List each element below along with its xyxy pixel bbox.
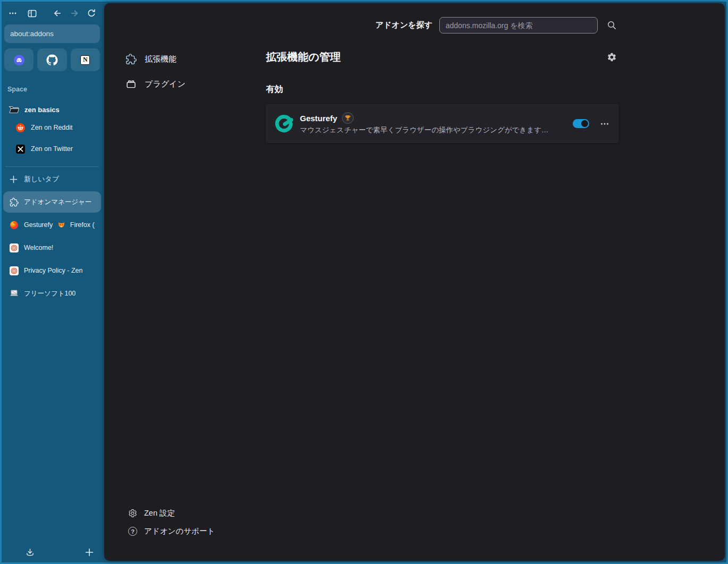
tab-addon-manager[interactable]: アドオンマネージャー	[3, 191, 101, 213]
puzzle-icon	[125, 54, 137, 65]
folder-label: zen basics	[24, 106, 60, 114]
link-label: Zen 設定	[144, 508, 175, 518]
trophy-icon	[345, 115, 351, 121]
gesturefy-logo-icon	[275, 115, 293, 133]
gear-icon	[607, 52, 617, 62]
addons-page: アドオンを探す 拡張機能 プラグイン 拡張機能の管理	[104, 3, 725, 561]
zen-settings-link[interactable]: Zen 設定	[128, 508, 215, 518]
extension-enabled-toggle[interactable]	[573, 119, 589, 128]
laptop-icon	[10, 289, 19, 298]
fox-emoji-icon	[58, 222, 65, 228]
addons-search-row: アドオンを探す	[104, 17, 618, 33]
ellipsis-icon	[600, 119, 609, 129]
category-label: 拡張機能	[145, 54, 177, 64]
tab-freesoft100[interactable]: フリーソフト100	[3, 283, 101, 304]
folder-open-icon	[9, 105, 20, 114]
addon-support-link[interactable]: ? アドオンのサポート	[128, 526, 215, 536]
forward-arrow-icon	[70, 9, 79, 18]
tab-label: アドオンマネージャー	[24, 198, 91, 207]
sidebar-toolbar	[6, 6, 98, 20]
tab-label: Zen on Twitter	[31, 145, 73, 153]
category-label: プラグイン	[145, 79, 186, 89]
pinned-tab-discord[interactable]	[4, 48, 34, 71]
zen-site-icon	[10, 243, 19, 252]
recommended-badge	[342, 112, 354, 124]
tab-gesturefy-firefox[interactable]: Gesturefy – Firefox (ja	[3, 214, 101, 235]
category-plugins[interactable]: プラグイン	[125, 72, 253, 97]
space-label: Space	[7, 86, 104, 93]
plus-icon	[85, 548, 94, 557]
tab-zen-on-reddit[interactable]: Zen on Reddit	[16, 117, 104, 138]
extension-card-gesturefy[interactable]: Gesturefy マウスジェスチャーで素早くブラウザーの操作やブラウジングがで…	[266, 104, 618, 143]
pinned-tab-github[interactable]	[37, 48, 66, 71]
toggle-knob	[581, 120, 588, 127]
link-label: アドオンのサポート	[144, 526, 215, 536]
addons-footer: Zen 設定 ? アドオンのサポート	[128, 508, 215, 536]
plus-icon	[10, 175, 18, 183]
pinned-tab-notion[interactable]: N	[71, 48, 100, 71]
category-extensions[interactable]: 拡張機能	[125, 47, 253, 72]
notion-icon: N	[80, 55, 90, 65]
extension-description: マウスジェスチャーで素早くブラウザーの操作やブラウジングができます。様々なコマン…	[300, 125, 550, 135]
back-arrow-icon	[53, 9, 62, 18]
tab-label: Zen on Reddit	[31, 124, 73, 131]
sidebar-toggle-icon	[27, 9, 37, 19]
downloads-button[interactable]	[23, 546, 36, 559]
x-logo-icon	[16, 145, 25, 154]
search-submit-button[interactable]	[605, 19, 618, 32]
tab-zen-on-twitter[interactable]: Zen on Twitter	[16, 138, 104, 159]
tab-label: Welcome!	[24, 244, 53, 251]
addons-search-input[interactable]	[439, 17, 598, 33]
new-tab-label: 新しいタブ	[24, 174, 59, 184]
reddit-icon	[16, 123, 25, 132]
more-options-button[interactable]	[6, 7, 19, 20]
tab-label: Privacy Policy - Zen	[24, 267, 82, 274]
puzzle-icon	[10, 198, 19, 207]
plugin-icon	[125, 79, 137, 90]
forward-button[interactable]	[68, 7, 81, 20]
pinned-tabs: N	[4, 48, 100, 71]
tab-label-part2: Firefox (ja	[70, 221, 95, 229]
firefox-icon	[10, 221, 19, 230]
extension-name: Gesturefy	[300, 114, 337, 123]
gear-icon	[128, 509, 137, 518]
discord-icon	[13, 54, 25, 66]
enabled-section-heading: 有効	[266, 84, 283, 95]
url-text: about:addons	[10, 30, 54, 38]
url-bar[interactable]: about:addons	[4, 24, 100, 43]
github-icon	[46, 54, 58, 66]
reload-button[interactable]	[85, 7, 98, 20]
reload-icon	[87, 9, 96, 18]
question-icon: ?	[128, 527, 137, 536]
tab-label: フリーソフト100	[24, 289, 76, 298]
page-title: 拡張機能の管理	[266, 50, 340, 64]
extension-text-block: Gesturefy マウスジェスチャーで素早くブラウザーの操作やブラウジングがで…	[300, 112, 550, 135]
sidebar-bottom-bar	[0, 546, 104, 559]
back-button[interactable]	[51, 7, 64, 20]
sidebar: about:addons N Space zen basics Zen on R…	[0, 0, 104, 564]
ellipsis-icon	[9, 9, 17, 18]
sidebar-toggle-button[interactable]	[26, 7, 38, 20]
tab-welcome[interactable]: Welcome!	[3, 237, 101, 258]
search-label: アドオンを探す	[375, 20, 432, 30]
tab-privacy-policy[interactable]: Privacy Policy - Zen	[3, 260, 101, 281]
tools-for-all-addons-button[interactable]	[605, 50, 618, 64]
addons-categories: 拡張機能 プラグイン	[125, 47, 253, 97]
extension-more-options-button[interactable]	[600, 119, 609, 129]
folder-zen-basics[interactable]: zen basics	[9, 102, 104, 117]
search-icon	[607, 20, 617, 30]
download-icon	[26, 548, 35, 557]
add-workspace-button[interactable]	[83, 546, 96, 559]
tab-label-part1: Gesturefy –	[24, 221, 53, 229]
page-header: 拡張機能の管理	[266, 50, 618, 64]
new-tab-button[interactable]: 新しいタブ	[10, 170, 104, 188]
sidebar-separator	[5, 166, 99, 167]
zen-site-icon	[10, 266, 19, 275]
